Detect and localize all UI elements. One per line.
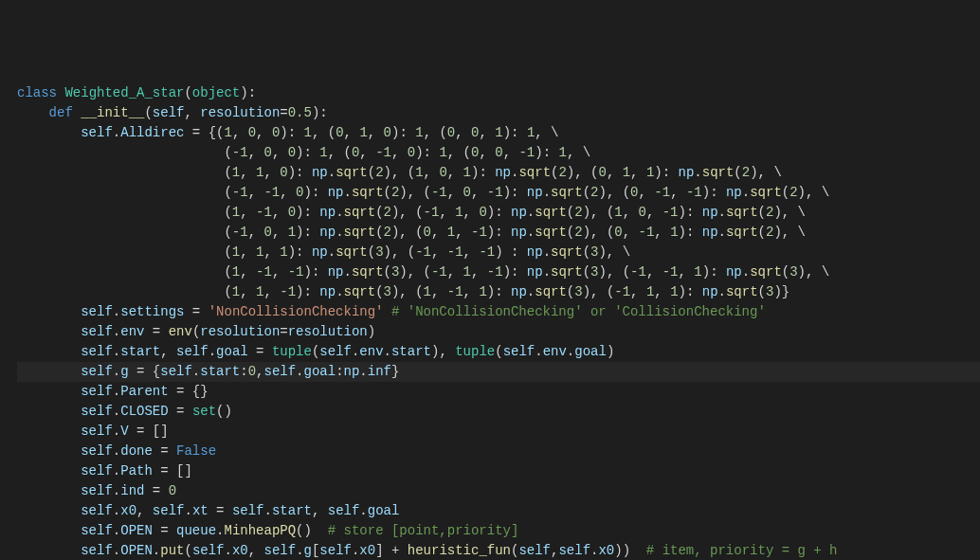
code-line: self.done = False	[17, 443, 216, 459]
code-line: class Weighted_A_star(object):	[17, 85, 256, 100]
code-line: self.CLOSED = set()	[17, 404, 232, 419]
code-line: (-1, -1, 0): np.sqrt(2), (-1, 0, -1): np…	[17, 185, 829, 200]
code-line: (-1, 0, 0): 1, (0, -1, 0): 1, (0, 0, -1)…	[17, 145, 590, 160]
code-line: (1, 1, 1): np.sqrt(3), (-1, -1, -1) : np…	[17, 244, 630, 260]
method-name: __init__	[81, 105, 144, 120]
keyword: class	[17, 85, 57, 100]
code-line: (1, -1, 0): np.sqrt(2), (-1, 1, 0): np.s…	[17, 205, 806, 220]
class-name: Weighted_A_star	[64, 85, 184, 100]
code-line: self.Alldirec = {(1, 0, 0): 1, (0, 1, 0)…	[17, 125, 559, 140]
comment: # store [point,priority]	[328, 523, 519, 538]
code-line: (1, 1, 0): np.sqrt(2), (1, 0, 1): np.sqr…	[17, 165, 782, 180]
code-line: (-1, 0, 1): np.sqrt(2), (0, 1, -1): np.s…	[17, 225, 806, 240]
comment: # 'NonCollisionChecking' or 'CollisionCh…	[391, 304, 766, 319]
code-line: self.OPEN = queue.MinheapPQ() # store [p…	[17, 523, 518, 538]
code-line: self.start, self.goal = tuple(self.env.s…	[17, 344, 614, 359]
code-line: self.Parent = {}	[17, 384, 209, 399]
code-editor[interactable]: class Weighted_A_star(object): def __ini…	[17, 83, 980, 560]
code-line: (1, 1, -1): np.sqrt(3), (1, -1, 1): np.s…	[17, 284, 789, 299]
code-line-highlighted: self.g = {self.start:0,self.goal:np.inf}	[17, 362, 980, 382]
code-line: self.x0, self.xt = self.start, self.goal	[17, 503, 399, 518]
code-line: self.ind = 0	[17, 483, 176, 498]
code-line: self.V = []	[17, 424, 169, 439]
code-line: self.OPEN.put(self.x0, self.g[self.x0] +…	[17, 543, 838, 558]
code-line: def __init__(self, resolution=0.5):	[17, 105, 328, 120]
code-line: self.env = env(resolution=resolution)	[17, 324, 375, 339]
code-line: (1, -1, -1): np.sqrt(3), (-1, 1, -1): np…	[17, 264, 829, 280]
code-line: self.settings = 'NonCollisionChecking' #…	[17, 304, 766, 319]
comment: # item, priority = g + h	[646, 543, 838, 558]
code-line: self.Path = []	[17, 463, 192, 479]
